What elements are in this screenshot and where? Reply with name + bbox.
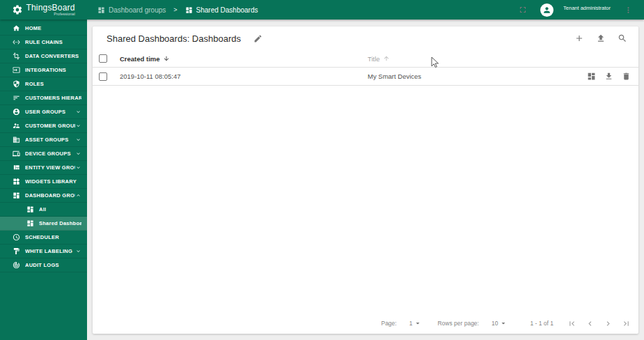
download-icon	[604, 72, 613, 81]
dashboard-icon	[185, 6, 193, 14]
plus-icon	[574, 33, 584, 43]
dashboards-card: Shared Dashboards: Dashboards Created ti…	[93, 26, 638, 334]
first-page-button[interactable]	[566, 318, 577, 329]
rows-per-page-select[interactable]: 10	[492, 319, 508, 327]
open-dashboards-button[interactable]	[586, 71, 597, 82]
upload-icon	[596, 33, 606, 43]
last-page-icon	[622, 319, 631, 328]
sidebar-item-user-groups[interactable]: USER GROUPS	[0, 105, 87, 119]
select-all-checkbox[interactable]	[99, 54, 107, 63]
chevron-down-icon	[75, 164, 81, 171]
sidebar-item-roles[interactable]: ROLES	[0, 77, 87, 91]
page-select[interactable]: 1	[409, 319, 423, 327]
sidebar-item-device-groups[interactable]: DEVICE GROUPS	[0, 147, 87, 161]
fullscreen-icon	[518, 5, 528, 15]
rows-per-page-label: Rows per page:	[437, 320, 479, 327]
sidebar-item-all-dashboards[interactable]: All	[0, 203, 87, 217]
sidebar-item-label: Shared Dashboards	[39, 220, 81, 226]
sidebar-item-rule-chains[interactable]: RULE CHAINS	[0, 36, 87, 49]
sidebar-item-white-labeling[interactable]: WHITE LABELING	[0, 245, 87, 258]
dashboard-icon	[97, 6, 105, 14]
column-header-title[interactable]: Title	[368, 55, 631, 63]
customers-hierarchy-icon	[13, 94, 20, 102]
pagination-bar: Page: 1 Rows per page: 10 1 - 1 of 1	[93, 313, 638, 334]
column-header-created-time[interactable]: Created time	[120, 55, 368, 63]
chevron-down-icon	[75, 137, 81, 143]
widgets-library-icon	[13, 178, 20, 185]
sidebar-item-audit-logs[interactable]: AUDIT LOGS	[0, 258, 87, 272]
chevron-down-icon	[75, 109, 81, 115]
sidebar-item-integrations[interactable]: INTEGRATIONS	[0, 63, 87, 77]
sidebar-item-label: WHITE LABELING	[25, 248, 72, 254]
sidebar-item-asset-groups[interactable]: ASSET GROUPS	[0, 133, 87, 147]
sidebar-item-data-converters[interactable]: DATA CONVERTERS	[0, 49, 87, 63]
fullscreen-button[interactable]	[515, 2, 531, 17]
avatar[interactable]	[540, 3, 553, 17]
sidebar-item-dashboard-groups[interactable]: DASHBOARD GROUPS	[0, 189, 87, 203]
chevron-left-icon	[586, 319, 595, 328]
sidebar-item-label: INTEGRATIONS	[25, 67, 66, 73]
customer-groups-icon	[13, 122, 20, 130]
column-label: Created time	[120, 55, 160, 63]
edit-pencil-icon	[253, 34, 262, 43]
dropdown-arrow-icon	[499, 319, 508, 327]
table-row[interactable]: 2019-10-11 08:05:47 My Smart Devices	[93, 68, 638, 86]
chevron-down-icon	[75, 248, 81, 254]
table-header: Created time Title	[93, 50, 638, 68]
pagination-range: 1 - 1 of 1	[530, 320, 553, 327]
edit-title-button[interactable]	[251, 31, 266, 46]
sort-desc-arrow-icon	[163, 55, 170, 62]
person-icon	[542, 6, 551, 15]
sidebar-item-home[interactable]: HOME	[0, 22, 87, 36]
home-icon	[13, 24, 20, 32]
sidebar-item-label: ROLES	[25, 81, 44, 87]
page-label: Page:	[381, 320, 396, 327]
sidebar-item-label: WIDGETS LIBRARY	[25, 178, 77, 185]
sort-asc-arrow-icon	[383, 55, 390, 62]
dashboard-icon	[587, 72, 596, 81]
breadcrumb-dashboard-groups[interactable]: Dashboard groups	[97, 6, 166, 14]
sidebar-item-label: RULE CHAINS	[25, 39, 63, 45]
last-page-button[interactable]	[620, 318, 631, 329]
breadcrumb-label: Shared Dashboards	[196, 6, 258, 14]
device-groups-icon	[13, 150, 20, 157]
breadcrumb-shared-dashboards[interactable]: Shared Dashboards	[185, 6, 258, 14]
app-logo[interactable]: ThingsBoard Professional	[0, 0, 87, 20]
roles-icon	[13, 80, 20, 88]
export-dashboard-button[interactable]	[603, 71, 614, 82]
delete-dashboard-button[interactable]	[620, 71, 631, 82]
sidebar-item-label: All	[39, 206, 46, 212]
add-dashboard-button[interactable]	[572, 31, 587, 46]
sidebar-item-scheduler[interactable]: SCHEDULER	[0, 231, 87, 245]
row-checkbox[interactable]	[99, 72, 107, 81]
user-groups-icon	[13, 108, 20, 116]
sidebar-item-customers-hierarchy[interactable]: CUSTOMERS HIERARCHY	[0, 91, 87, 105]
breadcrumb-label: Dashboard groups	[109, 6, 166, 14]
brand-tagline: Professional	[26, 13, 74, 17]
trash-icon	[622, 72, 631, 81]
dashboard-groups-icon	[13, 192, 20, 199]
import-dashboard-button[interactable]	[593, 31, 608, 46]
brand-name: ThingsBoard	[26, 3, 74, 12]
sidebar: HOME RULE CHAINS DATA CONVERTERS INTEGRA…	[0, 20, 87, 340]
sidebar-item-label: CUSTOMER GROUPS	[25, 123, 75, 129]
more-menu-button[interactable]	[620, 2, 636, 17]
sidebar-item-label: ENTITY VIEW GROUPS	[25, 164, 75, 171]
chevron-up-icon	[75, 192, 81, 199]
sidebar-item-label: HOME	[25, 25, 42, 31]
user-name: Tenant administrator	[563, 5, 611, 11]
integrations-icon	[13, 66, 20, 74]
sidebar-item-entity-view-groups[interactable]: ENTITY VIEW GROUPS	[0, 161, 87, 175]
previous-page-button[interactable]	[584, 318, 595, 329]
column-label: Title	[368, 55, 380, 63]
next-page-button[interactable]	[602, 318, 613, 329]
search-button[interactable]	[615, 31, 630, 46]
dashboard-icon	[26, 206, 34, 213]
top-bar: ThingsBoard Professional Dashboard group…	[0, 0, 644, 20]
chevron-right-icon	[604, 319, 613, 328]
sidebar-item-widgets-library[interactable]: WIDGETS LIBRARY	[0, 175, 87, 189]
sidebar-item-customer-groups[interactable]: CUSTOMER GROUPS	[0, 119, 87, 133]
breadcrumb: Dashboard groups > Shared Dashboards	[97, 6, 258, 14]
dashboard-icon	[26, 219, 34, 227]
sidebar-item-shared-dashboards[interactable]: Shared Dashboards	[0, 217, 87, 231]
